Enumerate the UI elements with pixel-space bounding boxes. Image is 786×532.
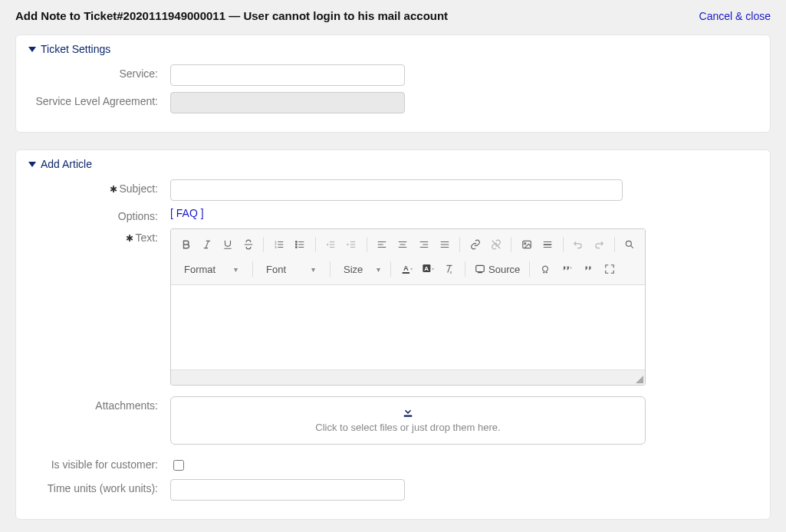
add-article-title: Add Article: [41, 158, 92, 170]
background-color-icon[interactable]: A: [417, 258, 439, 280]
sla-row: Service Level Agreement:: [28, 92, 758, 113]
svg-point-18: [296, 247, 298, 248]
attachments-drop-text: Click to select files or just drop them …: [171, 422, 645, 433]
ticket-settings-panel: Ticket Settings Service: Service Level A…: [15, 34, 771, 133]
italic-icon[interactable]: [196, 234, 217, 255]
add-article-header[interactable]: Add Article: [28, 155, 758, 179]
outdent-icon[interactable]: [321, 234, 341, 255]
download-icon: [401, 405, 415, 419]
add-article-panel: Add Article ✱Subject: Options: [ FAQ ] ✱…: [15, 149, 771, 520]
svg-text:x: x: [450, 270, 452, 274]
maximize-icon[interactable]: [599, 258, 620, 280]
size-select[interactable]: Size ▾: [335, 259, 381, 279]
svg-point-45: [626, 241, 632, 246]
toolbar-separator: [367, 237, 367, 252]
chevron-down-icon: ▾: [234, 265, 238, 274]
svg-point-16: [296, 241, 298, 243]
svg-marker-22: [327, 243, 328, 246]
text-label: ✱Text:: [28, 228, 170, 244]
caret-down-icon: [28, 160, 36, 168]
svg-marker-49: [410, 268, 413, 270]
svg-marker-52: [432, 268, 434, 270]
visible-label: Is visible for customer:: [28, 455, 170, 471]
editor-toolbar-row-2: Format ▾ Font ▾ Size ▾: [176, 257, 640, 281]
svg-rect-58: [404, 415, 413, 417]
time-units-input[interactable]: [170, 479, 405, 501]
svg-marker-57: [571, 268, 572, 269]
svg-marker-26: [347, 243, 349, 246]
service-row: Service:: [28, 64, 758, 86]
title-separator: —: [225, 9, 243, 22]
attachments-dropzone[interactable]: Click to select files or just drop them …: [170, 396, 646, 445]
time-units-row: Time units (work units):: [28, 479, 758, 501]
link-icon[interactable]: [465, 234, 485, 255]
svg-marker-1: [28, 162, 36, 167]
special-char-icon[interactable]: [534, 258, 556, 280]
visible-row: Is visible for customer:: [28, 455, 758, 473]
find-icon[interactable]: [620, 234, 640, 255]
subject-input[interactable]: [170, 179, 623, 201]
toolbar-separator: [511, 237, 511, 252]
subject-label: ✱Subject:: [28, 179, 170, 195]
ordered-list-icon[interactable]: 123: [268, 234, 289, 255]
text-color-icon[interactable]: A: [396, 258, 417, 280]
resize-handle-icon[interactable]: [636, 376, 643, 383]
toolbar-separator: [252, 261, 253, 277]
bold-icon[interactable]: [176, 234, 196, 255]
size-select-label: Size: [344, 264, 363, 275]
sla-label: Service Level Agreement:: [28, 92, 170, 107]
font-select[interactable]: Font ▾: [258, 259, 321, 279]
attachments-row: Attachments: Click to select files or ju…: [28, 396, 758, 445]
underline-icon[interactable]: [217, 234, 238, 255]
undo-icon[interactable]: [568, 234, 589, 255]
attachments-label: Attachments:: [28, 396, 170, 412]
svg-point-41: [524, 243, 525, 245]
page-title: Add Note to Ticket#2020111949000011 — Us…: [15, 9, 448, 22]
source-button[interactable]: Source: [470, 258, 525, 280]
align-justify-icon[interactable]: [434, 234, 455, 255]
strikethrough-icon[interactable]: [238, 234, 258, 255]
editor-toolbar: 123: [171, 229, 645, 285]
ticket-settings-header[interactable]: Ticket Settings: [28, 40, 758, 64]
align-left-icon[interactable]: [372, 234, 393, 255]
options-row: Options: [ FAQ ]: [28, 207, 758, 222]
title-prefix: Add Note to Ticket#: [15, 9, 123, 22]
rich-text-editor: 123: [170, 228, 646, 386]
caret-down-icon: [28, 45, 36, 53]
horizontal-rule-icon[interactable]: [537, 234, 557, 255]
redo-icon[interactable]: [589, 234, 610, 255]
format-select[interactable]: Format ▾: [176, 259, 243, 279]
ticket-settings-title: Ticket Settings: [41, 43, 110, 55]
service-input[interactable]: [170, 64, 405, 86]
svg-marker-0: [28, 47, 36, 52]
toolbar-separator: [614, 237, 615, 252]
options-label: Options:: [28, 207, 170, 222]
align-right-icon[interactable]: [413, 234, 434, 255]
toolbar-separator: [459, 237, 460, 252]
unordered-list-icon[interactable]: [290, 234, 311, 255]
page: Add Note to Ticket#2020111949000011 — Us…: [0, 0, 786, 532]
toolbar-separator: [315, 237, 316, 252]
image-icon[interactable]: [516, 234, 537, 255]
ticket-subject: User cannot login to his mail account: [243, 9, 448, 22]
source-label: Source: [488, 264, 520, 275]
toolbar-separator: [390, 261, 391, 277]
visible-checkbox[interactable]: [173, 460, 184, 471]
svg-text:A: A: [403, 264, 409, 272]
indent-icon[interactable]: [341, 234, 362, 255]
svg-text:3: 3: [275, 245, 277, 249]
cancel-close-link[interactable]: Cancel & close: [699, 10, 771, 22]
svg-rect-48: [403, 272, 409, 274]
chevron-down-icon: ▾: [311, 265, 315, 274]
align-center-icon[interactable]: [393, 234, 413, 255]
font-select-label: Font: [266, 264, 286, 275]
faq-link[interactable]: [ FAQ ]: [170, 207, 204, 219]
remove-format-icon[interactable]: x: [439, 258, 460, 280]
unlink-icon[interactable]: [485, 234, 506, 255]
toolbar-separator: [263, 237, 264, 252]
service-label: Service:: [28, 64, 170, 80]
split-quote-icon[interactable]: [556, 258, 577, 280]
text-row: ✱Text:: [28, 228, 758, 386]
editor-body[interactable]: [171, 285, 645, 369]
remove-quote-icon[interactable]: [577, 258, 599, 280]
